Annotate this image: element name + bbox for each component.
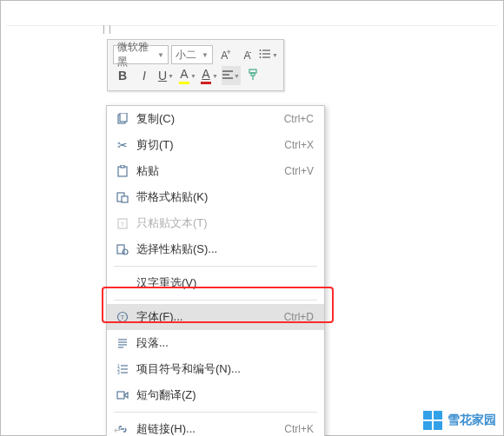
svg-rect-14 <box>118 167 127 176</box>
menu-label: 段落... <box>131 335 314 351</box>
italic-button[interactable]: I <box>135 66 154 85</box>
font-family-value: 微软雅黑 <box>117 40 156 69</box>
svg-rect-10 <box>251 73 255 76</box>
svg-point-5 <box>260 56 262 58</box>
mini-toolbar: 微软雅黑 ▼ 小二 ▼ A+ A- ▼ B I U▼ <box>107 39 284 91</box>
menu-label: 只粘贴文本(T) <box>131 215 314 231</box>
menu-label: 短句翻译(Z) <box>131 387 314 403</box>
bold-icon: B <box>118 69 127 83</box>
svg-rect-37 <box>423 421 432 430</box>
chevron-down-icon: ▼ <box>234 73 240 79</box>
menu-separator <box>114 266 317 267</box>
menu-item-translate[interactable]: 短句翻译(Z) <box>107 382 324 408</box>
chevron-down-icon: ▼ <box>212 73 218 79</box>
svg-point-4 <box>260 53 262 55</box>
paragraph-icon <box>114 337 131 349</box>
svg-text:T: T <box>121 221 125 228</box>
menu-item-cut[interactable]: ✂ 剪切(T) Ctrl+X <box>107 132 324 158</box>
chevron-down-icon: ▼ <box>202 51 209 59</box>
font-family-select[interactable]: 微软雅黑 ▼ <box>113 45 169 64</box>
menu-item-paragraph[interactable]: 段落... <box>107 330 324 356</box>
menu-shortcut: Ctrl+X <box>284 139 314 151</box>
menu-item-paste-text: T 只粘贴文本(T) <box>107 210 324 236</box>
toolbar-row-top: 微软雅黑 ▼ 小二 ▼ A+ A- ▼ <box>113 45 278 64</box>
menu-item-bullets-numbering[interactable]: 123 项目符号和编号(N)... <box>107 356 324 382</box>
alignment-button[interactable]: ▼ <box>222 66 241 85</box>
menu-item-copy[interactable]: 复制(C) Ctrl+C <box>107 106 324 132</box>
menu-shortcut: Ctrl+K <box>284 423 314 435</box>
clipboard-icon <box>114 165 131 177</box>
highlight-icon: A <box>179 67 189 84</box>
svg-rect-38 <box>434 421 442 430</box>
underline-button[interactable]: U▼ <box>156 66 176 85</box>
bold-button[interactable]: B <box>113 66 132 85</box>
menu-item-paste-special[interactable]: 选择性粘贴(S)... <box>107 236 324 262</box>
font-color-button[interactable]: A ▼ <box>200 66 219 85</box>
italic-icon: I <box>143 69 146 83</box>
window-frame: 微软雅黑 ▼ 小二 ▼ A+ A- ▼ B I U▼ <box>0 0 504 436</box>
watermark-logo-icon <box>423 411 442 430</box>
context-menu: 复制(C) Ctrl+C ✂ 剪切(T) Ctrl+X 粘贴 Ctrl+V 带格… <box>106 105 325 436</box>
toolbar-row-bottom: B I U▼ A ▼ A ▼ ▼ <box>113 66 278 85</box>
watermark: 雪花家园 <box>423 411 496 430</box>
paste-format-icon <box>114 191 131 203</box>
font-color-icon: A <box>201 67 211 84</box>
menu-shortcut: Ctrl+C <box>284 113 314 125</box>
chevron-down-icon: ▼ <box>272 52 278 58</box>
svg-point-3 <box>260 50 262 51</box>
font-size-value: 小二 <box>176 48 196 63</box>
copy-icon <box>114 113 131 125</box>
menu-shortcut: Ctrl+V <box>284 165 314 177</box>
ruler-margin-marker <box>103 25 110 34</box>
menu-label: 带格式粘贴(K) <box>131 189 314 205</box>
svg-rect-34 <box>117 392 124 399</box>
svg-rect-20 <box>117 245 124 254</box>
list-icon <box>259 48 271 63</box>
align-icon <box>222 69 233 83</box>
decrease-font-icon: A- <box>243 48 249 62</box>
svg-text:3: 3 <box>117 370 120 375</box>
font-size-select[interactable]: 小二 ▼ <box>171 45 213 64</box>
svg-point-21 <box>123 249 128 254</box>
svg-rect-13 <box>120 113 127 122</box>
paste-text-icon: T <box>114 217 131 229</box>
menu-item-paste-format[interactable]: 带格式粘贴(K) <box>107 184 324 210</box>
decrease-font-button[interactable]: A- <box>237 45 256 64</box>
translate-icon <box>114 389 131 401</box>
menu-label: 选择性粘贴(S)... <box>131 241 314 257</box>
menu-label: 项目符号和编号(N)... <box>131 361 314 377</box>
increase-font-icon: A+ <box>221 48 229 62</box>
svg-rect-15 <box>121 165 124 168</box>
scissors-icon: ✂ <box>114 138 131 152</box>
menu-separator <box>114 412 317 413</box>
chevron-down-icon: ▼ <box>157 51 164 59</box>
menu-item-hyperlink[interactable]: 超链接(H)... Ctrl+K <box>107 416 324 436</box>
paste-special-icon <box>114 243 131 255</box>
brush-icon <box>247 69 259 83</box>
menu-item-paste[interactable]: 粘贴 Ctrl+V <box>107 158 324 184</box>
numbering-icon: 123 <box>114 363 131 375</box>
menu-label: 超链接(H)... <box>131 421 284 436</box>
menu-label: 粘贴 <box>131 163 284 179</box>
ruler <box>6 6 498 26</box>
callout-rectangle <box>102 287 334 323</box>
watermark-text: 雪花家园 <box>448 413 496 428</box>
chevron-down-icon: ▼ <box>190 73 196 79</box>
highlight-button[interactable]: A ▼ <box>178 66 197 85</box>
paragraph-mark-icon: ↵ <box>114 425 122 436</box>
format-painter-button[interactable] <box>243 66 262 85</box>
increase-font-button[interactable]: A+ <box>216 45 235 64</box>
menu-label: 剪切(T) <box>131 137 284 153</box>
underline-icon: U <box>158 69 167 83</box>
chevron-down-icon: ▼ <box>168 73 174 79</box>
menu-label: 复制(C) <box>131 111 284 127</box>
svg-rect-17 <box>122 196 128 202</box>
list-button[interactable]: ▼ <box>259 45 278 64</box>
svg-rect-36 <box>434 411 442 419</box>
svg-rect-35 <box>423 411 432 419</box>
